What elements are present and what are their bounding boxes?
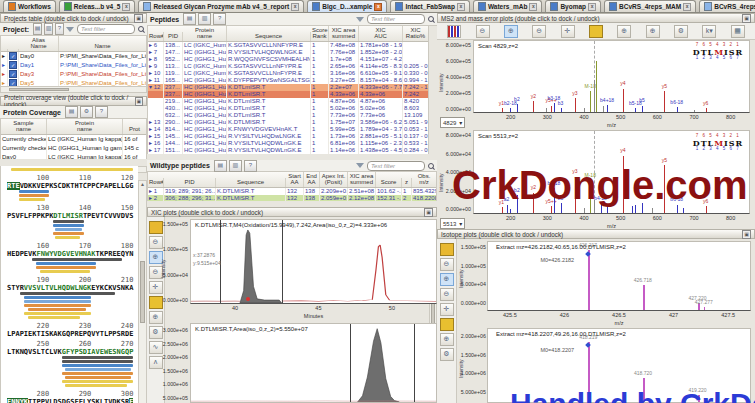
table-row[interactable]: 219...HC (IGHG1_Hu...K.DTLmISR.T14.87e+0… [148, 98, 428, 105]
ms2b-scan-combo[interactable]: 5513▾ [440, 218, 465, 229]
column-header[interactable]: XIC area summed [329, 26, 359, 41]
column-header[interactable]: XIC Ratio% [403, 26, 429, 41]
table-row[interactable]: ▸✓Day5P:\PMI_Share\Data_Files_for_Live_D… [1, 79, 146, 86]
table-row[interactable]: ▸ 17151...HC (IGHG1_Hu...R.VYSILTVLHQDWL… [148, 147, 428, 154]
filter-icon[interactable] [356, 17, 364, 22]
checkbox[interactable]: ✓ [9, 52, 17, 60]
table-row[interactable]: ▸ 14814...HC (IGHG1_Hu...K.FNWYVDGVEVHnA… [148, 126, 428, 133]
column-header[interactable]: XIC area summed [348, 172, 376, 187]
table-row[interactable]: Currently checkedLC (IGKC_Human Ig kappa… [1, 135, 146, 144]
ms2-panel-header[interactable]: MS2 and mass error plots (double click t… [437, 13, 755, 23]
project-text-filter-input[interactable]: Text filter [77, 24, 135, 34]
table-row[interactable]: 430...HC (IGHG1_Hu...K.DTLmISR.T15.02e+0… [148, 105, 428, 112]
search-icon[interactable] [428, 16, 434, 22]
column-header[interactable]: Prot [123, 125, 147, 133]
column-header[interactable]: Alias Name [19, 36, 59, 51]
integration-cursor[interactable] [350, 324, 351, 402]
lock-icon[interactable] [440, 318, 454, 331]
dock-pin-icon[interactable]: ▣ [742, 230, 751, 239]
zoom-out-icon[interactable]: ⊖ [476, 25, 490, 38]
protein-coverage-view[interactable]: 100 110 120RTEVDKKVEPKSCDKTHTCPPCPAPELLG… [0, 166, 138, 403]
tab-blgc-d-xample[interactable]: Blgc_D...xamplex [307, 0, 387, 12]
table-row[interactable]: ▸ 16144...HC (IGHG1_Hu...R.VYSILTVLHQDWL… [148, 140, 428, 147]
checkbox[interactable]: ✓ [9, 79, 17, 86]
column-header[interactable]: End AA [304, 172, 320, 187]
filter-icon[interactable] [356, 163, 364, 168]
column-header[interactable]: Sequence [227, 32, 311, 40]
column-header[interactable] [8, 49, 19, 51]
lock-icon[interactable] [149, 296, 163, 309]
iso1-plot[interactable]: Extract mz=426.2182,40.65,16.00,DTLMISR,… [487, 241, 751, 311]
projects-panel-header[interactable]: Projects table (double click to dock / u… [0, 13, 147, 23]
table-row[interactable]: ▾ 12237...HC (IGHG1_Hu...K.DTLmISR.T12.2… [148, 84, 428, 91]
tab-byomap[interactable]: Byomapx [545, 0, 601, 12]
checkbox[interactable]: ✓ [9, 70, 17, 78]
table-row[interactable]: 632...HC (IGHG1_Hu...K.DTLmISR.T17.73e+0… [148, 112, 428, 119]
close-tab-icon[interactable]: x [374, 3, 382, 11]
peaks-icon[interactable]: ʌ [149, 356, 163, 369]
checkbox[interactable]: ✓ [9, 61, 17, 69]
ms2a-scan-combo[interactable]: 4829▾ [440, 117, 465, 128]
column-header[interactable]: Row# [148, 32, 164, 40]
spectrum-icon[interactable] [447, 25, 461, 38]
coverage-options-button[interactable]: ▤ [65, 106, 78, 118]
pan-icon[interactable]: ✛ [561, 25, 575, 38]
table-row[interactable]: ▸✓Day0P:\PMI_Share\Data_Files_for_Live_D… [1, 52, 146, 61]
zoom-in-icon[interactable]: ⊕ [440, 273, 454, 286]
settings-icon[interactable]: ⚙ [674, 25, 688, 38]
zoom-region-icon[interactable]: ⊖ [440, 288, 454, 301]
column-header[interactable]: Start AA [286, 172, 304, 187]
column-header[interactable]: Sequence [216, 178, 286, 186]
tag-icon[interactable] [149, 221, 163, 234]
grid-icon[interactable]: ▦ [731, 25, 745, 38]
wildtype-text-filter-input[interactable]: Text filter [367, 161, 425, 171]
expand-all-button[interactable]: ▤ [214, 160, 227, 172]
zoom-fit-icon[interactable]: ⊕ [646, 25, 660, 38]
column-header[interactable]: Protein name [183, 26, 227, 41]
dock-pin-icon[interactable]: ▣ [424, 208, 433, 217]
lock-icon[interactable] [589, 25, 603, 38]
xic2-plot[interactable]: K.DTLMISR.T,Area(iso_0,z_2)=5.550e+07 [190, 323, 437, 403]
projects-hscrollbar[interactable] [0, 86, 147, 93]
column-header[interactable]: PID [164, 178, 216, 186]
column-header[interactable]: Score Rank [311, 26, 329, 41]
column-header[interactable] [1, 49, 8, 51]
pointer-mode-dropdown[interactable]: k▾ [702, 25, 716, 38]
collapse-all-button[interactable]: ▥ [229, 160, 242, 172]
zoom-in-icon[interactable]: ⊕ [504, 25, 518, 38]
expand-all-button[interactable]: ▤ [183, 13, 196, 25]
close-tab-icon[interactable]: x [588, 3, 596, 11]
tab-intact-fabswap[interactable]: Intact_FabSwapx [390, 0, 469, 12]
settings-icon[interactable]: ⚙ [149, 326, 163, 339]
close-tab-icon[interactable]: x [529, 3, 537, 11]
table-row[interactable]: ▸✓Day1P:\PMI_Share\Data_Files_for_Live_D… [1, 61, 146, 70]
settings-icon[interactable]: ⚙ [440, 348, 454, 361]
column-header[interactable]: z [402, 178, 412, 186]
column-header[interactable]: Apex Int. (Posit) [320, 172, 348, 187]
help-button[interactable]: ? [244, 160, 257, 172]
integration-cursor[interactable] [414, 324, 415, 402]
xic1-plot[interactable]: K.DTLMISR.T,M4(Oxidation/15.9949),7.242,… [190, 219, 437, 304]
integration-cursor[interactable] [282, 220, 283, 303]
table-row[interactable]: ▸ 10119...LC (IGKC_Huma...K.SGTASVVCLLNn… [148, 70, 428, 77]
zoom-reset-icon[interactable]: ⊕ [617, 25, 631, 38]
collapse-all-button[interactable]: ▥ [198, 13, 211, 25]
tab-bcvrs-4reps-mam[interactable]: BCvRS_4reps_MAMx [604, 0, 696, 12]
isotope-panel-header[interactable]: Isotope plots (double click to dock / un… [437, 229, 755, 239]
table-header-row[interactable]: Row#PIDProtein nameSequenceScore RankXIC… [148, 26, 428, 42]
tab-released-glycan-prozyme-mab-v4-5-report[interactable]: Released Glycan Prozyme mAb v4_5_reportx [138, 0, 304, 12]
coverage-panel-header[interactable]: Protein coverage view (double click to d… [0, 96, 147, 106]
collapse-all-button[interactable]: ▥ [44, 23, 53, 35]
zoom-reset-icon[interactable]: ⊕ [440, 333, 454, 346]
coverage-vscrollbar[interactable]: ▲▼ [138, 180, 147, 403]
column-header[interactable]: PID [164, 32, 183, 40]
tab-waters-mab[interactable]: Waters_mAbx [473, 0, 543, 12]
column-header[interactable]: Row# [148, 178, 164, 186]
pan-icon[interactable]: ✛ [440, 303, 454, 316]
table-row[interactable]: Currently checkedHC (IGHG1_Human Ig gamm… [1, 144, 146, 153]
table-header-row[interactable]: Row#PIDSequenceStart AAEnd AAApex Int. (… [148, 172, 436, 188]
search-icon[interactable] [428, 163, 434, 169]
table-row[interactable]: ▸✓Day3P:\PMI_Share\Data_Files_for_Live_D… [1, 70, 146, 79]
help-button[interactable]: ? [95, 106, 108, 118]
table-row[interactable]: ▸ 2306; 288; 296; 31...K.DTLMISR.T132138… [148, 195, 436, 201]
